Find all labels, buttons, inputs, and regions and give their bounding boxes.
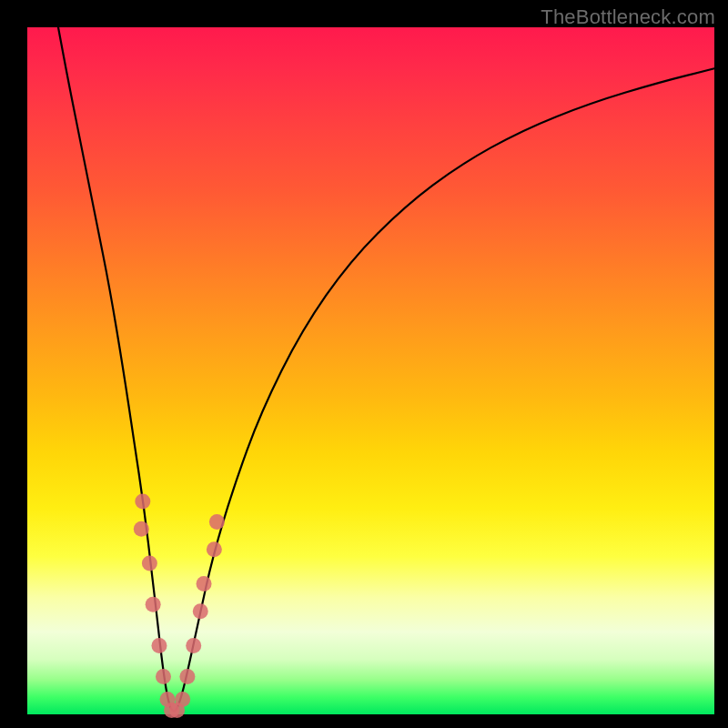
data-marker [156,669,171,684]
data-marker [146,597,161,612]
data-marker [175,692,190,707]
data-marker [179,669,195,684]
data-marker [207,541,222,557]
data-marker [209,514,225,530]
data-marker [151,638,167,653]
data-marker [135,493,150,509]
data-marker [193,603,208,619]
chart-frame: TheBottleneck.com [0,0,728,728]
data-marker [142,555,157,571]
data-marker [186,638,201,653]
plot-area [27,27,714,714]
watermark-text: TheBottleneck.com [541,5,715,29]
chart-markers [134,493,225,718]
data-marker [197,576,212,592]
chart-svg [27,27,714,714]
data-marker [134,521,149,537]
